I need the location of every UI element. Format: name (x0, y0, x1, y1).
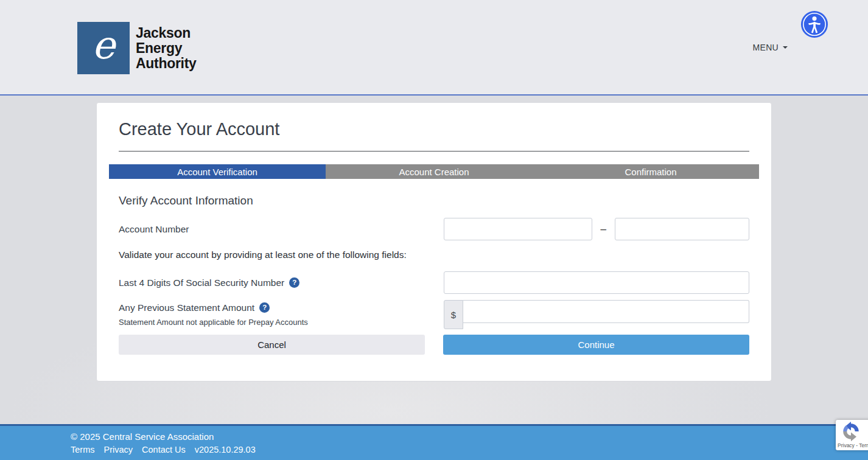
continue-button[interactable]: Continue (443, 335, 749, 355)
footer-link-contact-us[interactable]: Contact Us (142, 444, 186, 456)
caret-down-icon (783, 46, 788, 49)
ssn-row: Last 4 Digits Of Social Security Number … (119, 271, 749, 294)
statement-amount-row: Any Previous Statement Amount ? Statemen… (119, 300, 749, 329)
footer: © 2025 Central Service Association Terms… (0, 424, 868, 460)
footer-copyright: © 2025 Central Service Association (71, 431, 868, 443)
jea-logo-monogram: e (92, 26, 115, 64)
account-number-part1-input[interactable] (444, 218, 592, 240)
action-buttons: Cancel Continue (119, 335, 749, 355)
section-title: Verify Account Information (119, 194, 749, 207)
ssn-last4-input[interactable] (444, 271, 749, 294)
statement-amount-group: $ (444, 300, 749, 329)
wizard-progress-bar: Account Verification Account Creation Co… (109, 164, 759, 179)
statement-amount-input[interactable] (463, 300, 749, 323)
ssn-help-icon[interactable]: ? (289, 277, 299, 288)
menu-button-label: MENU (753, 43, 779, 52)
page-background: Create Your Account Account Verification… (0, 96, 868, 424)
validate-instructions: Validate your account by providing at le… (119, 249, 749, 260)
cancel-button[interactable]: Cancel (119, 335, 425, 355)
account-number-row: Account Number – (119, 218, 749, 240)
ssn-label-text: Last 4 Digits Of Social Security Number (119, 277, 284, 288)
recaptcha-icon (840, 420, 862, 445)
statement-label: Any Previous Statement Amount ? (119, 302, 444, 313)
accessibility-widget-button[interactable] (800, 10, 828, 38)
statement-label-block: Any Previous Statement Amount ? Statemen… (119, 300, 444, 327)
footer-link-privacy[interactable]: Privacy (103, 444, 133, 456)
footer-version: v2025.10.29.03 (195, 444, 256, 456)
accessibility-icon (800, 31, 828, 40)
ssn-label: Last 4 Digits Of Social Security Number … (119, 277, 444, 288)
jea-logo-icon: e (77, 22, 130, 74)
recaptcha-privacy-terms[interactable]: Privacy - Terms (838, 442, 868, 448)
account-number-separator: – (601, 223, 606, 235)
page-title: Create Your Account (119, 119, 749, 139)
statement-help-icon[interactable]: ? (259, 302, 270, 313)
jea-logo-text: Jackson Energy Authority (136, 26, 197, 71)
step-account-creation: Account Creation (326, 164, 542, 179)
statement-note: Statement Amount not applicable for Prep… (119, 318, 444, 327)
step-account-verification: Account Verification (109, 164, 326, 179)
ssn-field-wrap (444, 271, 749, 294)
account-number-fields: – (444, 218, 749, 240)
jea-logo-line2: Energy (136, 41, 197, 56)
jea-logo-line3: Authority (136, 56, 197, 71)
jea-logo-line1: Jackson (136, 26, 197, 41)
step-confirmation: Confirmation (542, 164, 759, 179)
account-number-part2-input[interactable] (615, 218, 749, 240)
footer-links: Terms Privacy Contact Us v2025.10.29.03 (71, 444, 868, 456)
recaptcha-badge[interactable]: Privacy - Terms (836, 420, 868, 450)
statement-label-text: Any Previous Statement Amount (119, 302, 254, 313)
title-divider (119, 151, 749, 152)
jea-logo[interactable]: e Jackson Energy Authority (77, 22, 197, 74)
create-account-card: Create Your Account Account Verification… (96, 102, 772, 382)
header: e Jackson Energy Authority MENU (0, 0, 868, 96)
footer-link-terms[interactable]: Terms (71, 444, 94, 456)
menu-button[interactable]: MENU (749, 42, 791, 53)
account-number-label: Account Number (119, 223, 444, 235)
currency-addon: $ (444, 300, 463, 329)
